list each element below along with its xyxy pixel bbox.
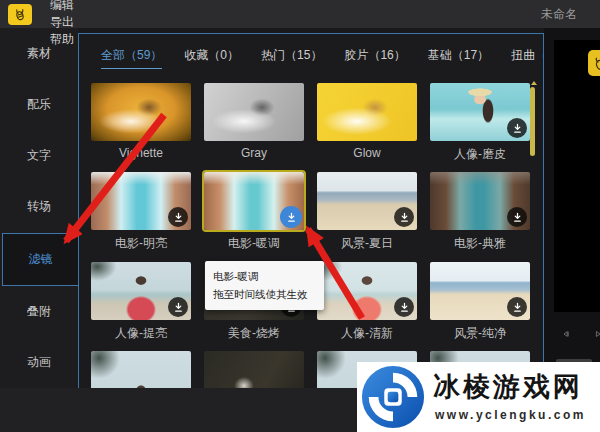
filter-label: 电影-明亮	[91, 235, 191, 252]
menu-item-edit[interactable]: 编辑	[40, 0, 84, 14]
watermark: 冰棱游戏网 www.yclengku.com	[357, 362, 600, 432]
filter-label: 风景-纯净	[430, 325, 530, 342]
filter-thumbnail[interactable]	[91, 262, 191, 320]
sidebar-item-transition[interactable]: 转场	[0, 181, 78, 232]
watermark-logo-icon	[360, 364, 426, 430]
download-badge[interactable]	[394, 297, 414, 317]
filter-label: 人像-清新	[317, 325, 417, 342]
watermark-url: www.yclengku.com	[435, 408, 586, 422]
tab-favorites[interactable]: 收藏（0）	[184, 47, 239, 69]
filter-thumbnail[interactable]	[317, 83, 417, 141]
filter-card: 风景-夏日	[317, 172, 417, 252]
filter-card: 风景-纯净	[430, 262, 530, 342]
tooltip-hint: 拖至时间线使其生效	[213, 285, 316, 303]
filter-card: 人像-清新	[317, 262, 417, 342]
filter-thumbnail[interactable]	[204, 83, 304, 141]
tooltip: 电影-暖调 拖至时间线使其生效	[205, 261, 324, 310]
filter-card: 电影-典雅	[430, 172, 530, 252]
sidebar-item-overlay[interactable]: 叠附	[0, 286, 78, 337]
filter-card-partial	[204, 351, 304, 389]
sidebar-item-animation[interactable]: 动画	[0, 337, 78, 388]
filter-card-partial	[91, 351, 191, 389]
filter-label: Vignette	[91, 146, 191, 160]
filter-thumbnail[interactable]	[91, 351, 191, 389]
filter-thumbnail[interactable]	[204, 172, 304, 230]
menu-item-export[interactable]: 导出	[40, 14, 84, 31]
download-icon	[512, 123, 523, 134]
filter-card: Vignette	[91, 83, 191, 160]
download-icon	[512, 212, 523, 223]
download-badge[interactable]	[507, 207, 527, 227]
filter-card: Gray	[204, 83, 304, 160]
tab-film[interactable]: 胶片（16）	[344, 47, 405, 69]
download-icon	[399, 212, 410, 223]
tab-all[interactable]: 全部（59）	[101, 47, 162, 69]
tab-basic[interactable]: 基础（17）	[428, 47, 489, 69]
tab-hot[interactable]: 热门（15）	[261, 47, 322, 69]
filter-tabs: 全部（59）收藏（0）热门（15）胶片（16）基础（17）扭曲（6）抖动（5）	[101, 47, 544, 69]
filter-label: 人像-磨皮	[430, 146, 530, 163]
filter-label: 美食-烧烤	[204, 325, 304, 342]
filter-panel: 全部（59）收藏（0）热门（15）胶片（16）基础（17）扭曲（6）抖动（5） …	[78, 33, 544, 389]
filter-card: 人像-提亮	[91, 262, 191, 342]
filter-card: 人像-磨皮	[430, 83, 530, 163]
filter-thumbnail[interactable]	[204, 351, 304, 389]
scrollbar-up-arrow-icon[interactable]	[531, 81, 537, 85]
filter-label: 电影-暖调	[204, 235, 304, 252]
filter-thumbnail[interactable]	[317, 262, 417, 320]
play-button[interactable]	[588, 324, 600, 344]
download-badge[interactable]	[507, 118, 527, 138]
watermark-title: 冰棱游戏网	[433, 369, 583, 405]
video-preview	[554, 40, 600, 312]
download-icon	[286, 212, 297, 223]
scrollbar-thumb[interactable]	[530, 87, 535, 156]
sidebar-item-music[interactable]: 配乐	[0, 79, 78, 130]
sidebar: 素材配乐文字转场滤镜叠附动画	[0, 28, 78, 388]
download-badge[interactable]	[280, 206, 302, 228]
sidebar-item-text[interactable]: 文字	[0, 130, 78, 181]
tooltip-title: 电影-暖调	[213, 267, 316, 285]
filter-label: 人像-提亮	[91, 325, 191, 342]
filter-card: 电影-暖调	[204, 172, 304, 252]
download-icon	[173, 212, 184, 223]
filter-label: 风景-夏日	[317, 235, 417, 252]
filter-thumbnail[interactable]	[91, 83, 191, 141]
download-icon	[512, 302, 523, 313]
menu-item-help[interactable]: 帮助	[40, 31, 84, 48]
document-title: 未命名	[541, 0, 577, 28]
filter-card: Glow	[317, 83, 417, 160]
download-badge[interactable]	[394, 207, 414, 227]
download-icon	[173, 302, 184, 313]
download-badge[interactable]	[168, 207, 188, 227]
menubar-items: 文件编辑导出帮助	[40, 0, 84, 48]
filter-label: Gray	[204, 146, 304, 160]
download-icon	[399, 302, 410, 313]
filter-thumbnail[interactable]	[430, 172, 530, 230]
download-badge[interactable]	[507, 297, 527, 317]
sidebar-item-filter[interactable]: 滤镜	[2, 233, 78, 286]
filter-card: 电影-明亮	[91, 172, 191, 252]
filter-label: Glow	[317, 146, 417, 160]
filter-thumbnail[interactable]	[91, 172, 191, 230]
app-logo-icon	[8, 4, 32, 25]
tab-distort[interactable]: 扭曲（6）	[511, 47, 544, 69]
prev-frame-button[interactable]	[556, 324, 576, 344]
app-menubar: 文件编辑导出帮助 未命名	[0, 0, 600, 28]
bee-watermark-icon	[588, 50, 600, 76]
filter-thumbnail[interactable]	[317, 172, 417, 230]
filter-label: 电影-典雅	[430, 235, 530, 252]
filter-thumbnail[interactable]	[430, 262, 530, 320]
filter-thumbnail[interactable]	[430, 83, 530, 141]
download-badge[interactable]	[168, 297, 188, 317]
